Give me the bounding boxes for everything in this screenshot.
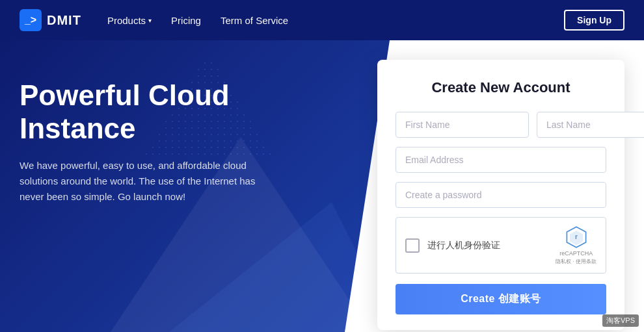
recaptcha-logo: r reCAPTCHA 隐私权 · 使用条款 <box>556 225 597 265</box>
recaptcha-brand-text: reCAPTCHA <box>559 250 593 257</box>
nav-products[interactable]: Products ▾ <box>107 15 152 26</box>
recaptcha-left: 进行人机身份验证 <box>405 238 500 253</box>
recaptcha-widget[interactable]: 进行人机身份验证 r reCAPTCHA 隐私权 · 使用条款 <box>396 217 606 274</box>
email-input[interactable] <box>396 147 606 173</box>
navbar: _> DMIT Products ▾ Pricing Term of Servi… <box>0 0 644 40</box>
logo-text: DMIT <box>47 13 81 28</box>
chevron-down-icon: ▾ <box>148 17 152 24</box>
hero-content: Powerful Cloud Instance We have powerful… <box>20 79 293 205</box>
signup-button[interactable]: Sign Up <box>564 10 624 31</box>
recaptcha-checkbox[interactable] <box>405 238 420 253</box>
form-title: Create New Account <box>396 79 606 96</box>
hero-title: Powerful Cloud Instance <box>20 79 293 145</box>
hero-subtitle: We have powerful, easy to use, and affor… <box>20 158 267 205</box>
recaptcha-icon: r <box>565 225 588 249</box>
last-name-input[interactable] <box>537 112 644 138</box>
svg-text:r: r <box>575 233 578 240</box>
nav-pricing[interactable]: Pricing <box>171 15 201 26</box>
recaptcha-links: 隐私权 · 使用条款 <box>556 258 597 265</box>
nav-products-label: Products <box>107 15 146 26</box>
first-name-input[interactable] <box>396 112 529 138</box>
registration-form: Create New Account 进行人机身份验证 r reCAPTCHA … <box>377 60 624 330</box>
hero-section: Powerful Cloud Instance We have powerful… <box>0 40 644 332</box>
watermark: 淘客VPS <box>602 314 639 327</box>
name-row <box>396 112 606 138</box>
logo[interactable]: _> DMIT <box>20 9 81 31</box>
password-input[interactable] <box>396 182 606 208</box>
nav-pricing-label: Pricing <box>171 15 201 26</box>
recaptcha-label: 进行人机身份验证 <box>427 240 500 251</box>
logo-icon: _> <box>20 9 42 31</box>
nav-links: Products ▾ Pricing Term of Service <box>107 15 564 26</box>
logo-icon-text: _> <box>25 14 36 26</box>
create-account-button[interactable]: Create 创建账号 <box>396 284 606 314</box>
nav-tos-label: Term of Service <box>221 15 288 26</box>
nav-tos[interactable]: Term of Service <box>221 15 288 26</box>
